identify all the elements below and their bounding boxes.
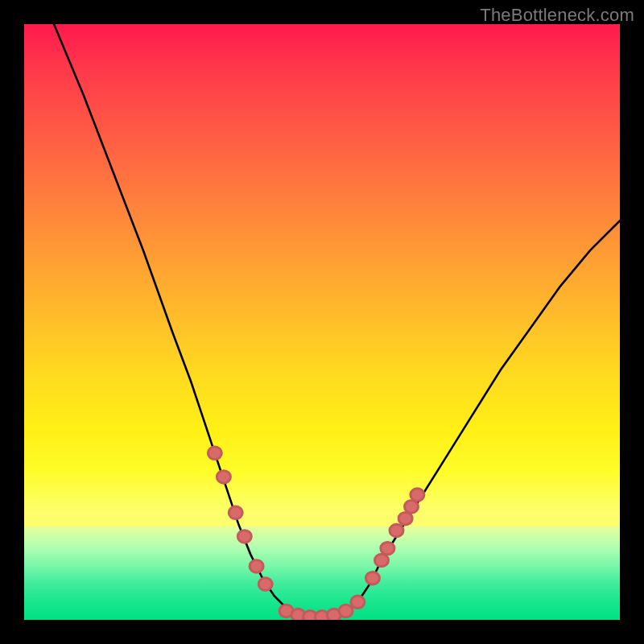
bottleneck-curve: [54, 24, 620, 620]
bead-point: [390, 524, 403, 537]
bead-point: [374, 554, 388, 567]
bead-point: [381, 542, 394, 555]
bead-point: [237, 530, 251, 543]
data-beads: [208, 447, 424, 620]
bead-point: [217, 471, 230, 484]
bead-point: [404, 501, 418, 514]
bead-point: [351, 596, 365, 609]
chart-frame: TheBottleneck.com: [0, 0, 644, 644]
bead-point: [365, 572, 379, 584]
bead-point: [229, 506, 242, 519]
bead-point: [250, 560, 263, 573]
bead-point: [411, 489, 424, 502]
bead-point: [339, 605, 353, 617]
bead-point: [398, 512, 412, 525]
bead-point: [208, 447, 221, 460]
plot-area: [24, 24, 620, 620]
watermark-text: TheBottleneck.com: [480, 5, 634, 26]
curve-svg: [24, 24, 620, 620]
bead-point: [258, 578, 272, 591]
